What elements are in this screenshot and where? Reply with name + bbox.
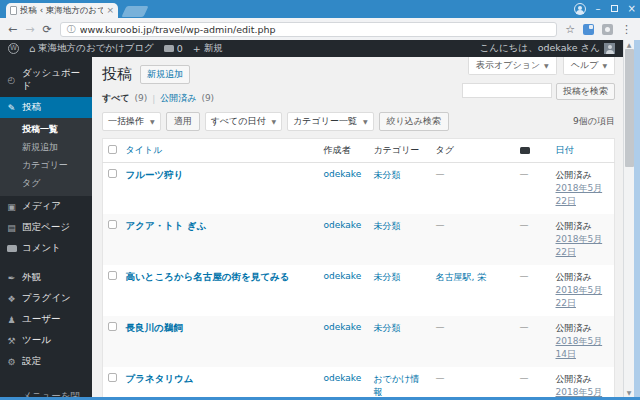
sidebar-item-comments[interactable]: コメント — [0, 238, 92, 259]
comments-icon — [6, 244, 17, 254]
comments-bubble-icon — [164, 45, 174, 52]
post-category-link[interactable]: 未分類 — [374, 221, 401, 231]
add-new-post-button[interactable]: 新規追加 — [140, 65, 190, 84]
admin-bar-greeting[interactable]: こんにちは、odekake さん — [480, 42, 600, 55]
submenu-item-投稿一覧[interactable]: 投稿一覧 — [0, 120, 92, 138]
post-title-link[interactable]: フルーツ狩り — [126, 169, 184, 180]
site-info-icon[interactable]: ⓘ — [67, 23, 76, 36]
no-comments-dash: — — [520, 271, 529, 281]
new-tab-button[interactable] — [121, 6, 148, 17]
screenshot-extension-icon[interactable] — [602, 24, 613, 35]
post-tags-link[interactable]: 名古屋駅, 栄 — [436, 272, 487, 282]
select-row-checkbox[interactable] — [108, 169, 117, 178]
screen-options-button[interactable]: 表示オプション▼ — [468, 57, 557, 75]
post-row: フルーツ狩りodekake未分類——公開済み2018年5月22日 — [103, 163, 615, 215]
post-category-link[interactable]: 未分類 — [374, 170, 401, 180]
sidebar-item-appearance[interactable]: ✒外観 — [0, 267, 92, 288]
sidebar-item-tools[interactable]: ⚒ツール — [0, 330, 92, 351]
post-date-link[interactable]: 2018年5月14日 — [556, 336, 603, 359]
minimize-button[interactable]: – — [596, 4, 601, 14]
scroll-down-icon[interactable]: ▼ — [627, 388, 632, 397]
submenu-item-新規追加[interactable]: 新規追加 — [0, 138, 92, 156]
view-count: (9) — [199, 93, 215, 103]
sidebar-item-label: ツール — [22, 334, 51, 347]
sidebar-item-dashboard[interactable]: ◴ダッシュボード — [0, 63, 92, 97]
post-author-link[interactable]: odekake — [324, 169, 362, 179]
post-date-link[interactable]: 2018年5月22日 — [556, 183, 603, 206]
post-title-link[interactable]: アクア・トト ぎふ — [126, 220, 207, 231]
select-all-checkbox[interactable] — [108, 145, 117, 154]
admin-bar-comments[interactable]: 0 — [164, 43, 183, 54]
admin-bar-new-content[interactable]: + 新規 — [193, 42, 223, 55]
search-posts-button[interactable]: 投稿を検索 — [556, 83, 615, 100]
extension-icon[interactable] — [583, 24, 594, 35]
select-row-checkbox[interactable] — [108, 220, 117, 229]
forward-icon[interactable]: → — [25, 24, 34, 35]
back-icon[interactable]: ← — [8, 24, 17, 35]
post-category-link[interactable]: 未分類 — [374, 272, 401, 282]
post-title-link[interactable]: 高いところから名古屋の街を見てみる — [126, 271, 290, 282]
post-category-link[interactable]: おでかけ情報 — [374, 374, 420, 397]
view-filter-1[interactable]: 公開済み (9) — [160, 92, 214, 105]
search-input[interactable] — [462, 83, 552, 98]
tab-close-icon[interactable]: × — [106, 6, 114, 15]
page-scrollbar[interactable]: ▲ ▼ — [623, 40, 634, 397]
browser-menu-icon[interactable]: ⋮ — [621, 24, 632, 35]
bulk-actions-select[interactable]: 一括操作▼ — [102, 112, 161, 131]
filter-button[interactable]: 絞り込み検索 — [379, 112, 449, 131]
chevron-down-icon: ▼ — [363, 118, 368, 125]
post-author-link[interactable]: odekake — [324, 322, 362, 332]
search-posts-box: 投稿を検索 — [462, 83, 615, 100]
admin-bar-site-name[interactable]: ⌂ 東海地方のおでかけブログ — [29, 42, 154, 55]
sidebar-item-posts[interactable]: ✎投稿 — [0, 97, 92, 118]
address-bar[interactable]: ⓘ www.kuroobi.jp/travel/wp-admin/edit.ph… — [60, 22, 557, 37]
apply-button[interactable]: 適用 — [166, 112, 200, 131]
post-author-link[interactable]: odekake — [324, 271, 362, 281]
posts-icon: ✎ — [6, 103, 17, 113]
submenu-item-カテゴリー[interactable]: カテゴリー — [0, 156, 92, 174]
post-date-link[interactable]: 2018年5月14日 — [556, 387, 603, 397]
chevron-down-icon: ▼ — [150, 118, 155, 125]
browser-profile-icon[interactable] — [574, 3, 586, 15]
sidebar-item-pages[interactable]: ▤固定ページ — [0, 217, 92, 238]
sidebar-item-settings[interactable]: ⚙設定 — [0, 351, 92, 372]
sidebar-item-media[interactable]: ▣メディア — [0, 196, 92, 217]
post-title-link[interactable]: プラネタリウム — [126, 373, 194, 384]
column-header-title[interactable]: タイトル — [121, 139, 319, 163]
scroll-up-icon[interactable]: ▲ — [627, 40, 632, 49]
browser-titlebar: 投稿 ‹ 東海地方のおでかけ × – × — [0, 0, 640, 18]
post-date-link[interactable]: 2018年5月22日 — [556, 285, 603, 308]
submenu-item-タグ[interactable]: タグ — [0, 174, 92, 192]
window-frame-right — [634, 40, 640, 400]
bookmark-star-icon[interactable]: ☆ — [565, 24, 575, 35]
select-row-checkbox[interactable] — [108, 322, 117, 331]
post-category-link[interactable]: 未分類 — [374, 323, 401, 333]
select-row-checkbox[interactable] — [108, 373, 117, 382]
home-icon: ⌂ — [29, 43, 35, 54]
post-title-link[interactable]: 長良川の鵜飼 — [126, 322, 183, 333]
scrollbar-thumb[interactable] — [625, 49, 634, 167]
help-button[interactable]: ヘルプ▼ — [563, 57, 615, 75]
column-header-date[interactable]: 日付 — [551, 139, 615, 163]
close-button[interactable]: × — [628, 4, 636, 14]
no-tags-dash: — — [436, 322, 445, 332]
sidebar-item-label: ダッシュボード — [22, 67, 86, 93]
post-author-link[interactable]: odekake — [324, 373, 362, 383]
browser-tab[interactable]: 投稿 ‹ 東海地方のおでかけ × — [6, 3, 118, 18]
wordpress-logo-icon[interactable]: W — [8, 43, 19, 54]
category-filter-select[interactable]: カテゴリー一覧▼ — [287, 112, 373, 131]
select-row-checkbox[interactable] — [108, 271, 117, 280]
view-filter-0[interactable]: すべて (9) — [102, 92, 147, 105]
post-date-link[interactable]: 2018年5月22日 — [556, 234, 603, 257]
sidebar-item-plugins[interactable]: ❖プラグイン — [0, 288, 92, 309]
sidebar-item-label: コメント — [22, 242, 61, 255]
reload-icon[interactable]: ⟳ — [42, 24, 51, 35]
maximize-button[interactable] — [611, 5, 618, 12]
post-author-link[interactable]: odekake — [324, 220, 362, 230]
date-filter-select[interactable]: すべての日付▼ — [205, 112, 282, 131]
posts-submenu: 投稿一覧新規追加カテゴリータグ — [0, 118, 92, 196]
no-comments-dash: — — [520, 322, 529, 332]
sidebar-item-users[interactable]: ♟ユーザー — [0, 309, 92, 330]
plugins-icon: ❖ — [6, 294, 17, 304]
no-comments-dash: — — [520, 169, 529, 179]
